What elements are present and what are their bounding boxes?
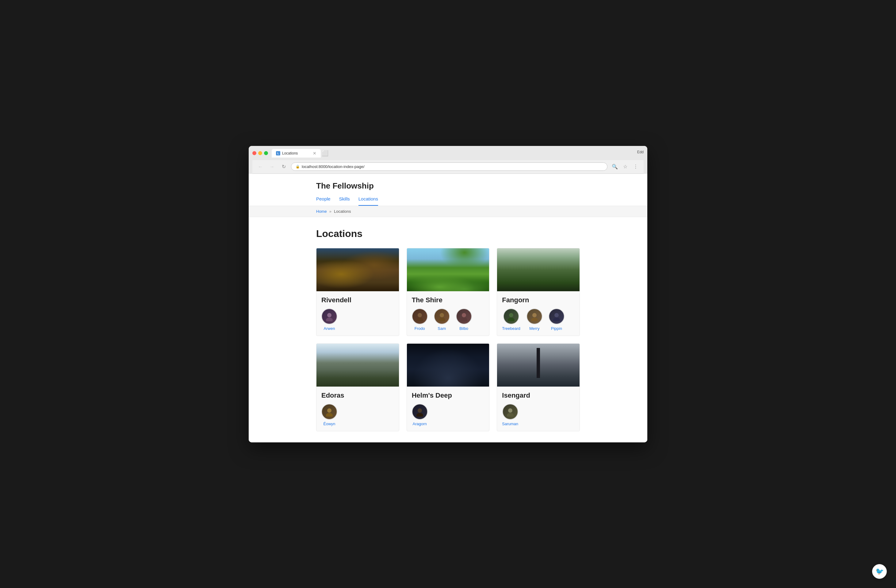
svg-point-3 — [416, 318, 423, 321]
location-name-shire: The Shire — [412, 296, 485, 304]
breadcrumb: Home » Locations — [249, 206, 647, 217]
location-card-isengard[interactable]: Isengard Saruman — [497, 343, 580, 431]
bookmark-icon[interactable]: ☆ — [621, 163, 629, 171]
tab-close-button[interactable]: ✕ — [313, 151, 317, 156]
person-treebeard[interactable]: Treebeard — [502, 308, 520, 331]
back-button[interactable]: ← — [256, 163, 265, 171]
location-image-fangorn — [497, 248, 579, 291]
tab-favicon: L — [276, 151, 280, 155]
breadcrumb-separator: » — [329, 209, 331, 214]
location-body-rivendell: Rivendell Arwen — [317, 291, 399, 336]
location-people-helmsdeep: Aragorn — [412, 404, 485, 426]
location-people-rivendell: Arwen — [322, 308, 394, 331]
avatar-treebeard — [503, 308, 519, 324]
person-eowyn[interactable]: Éowyn — [322, 404, 337, 426]
location-card-shire[interactable]: The Shire Frodo — [407, 248, 490, 336]
tab-title: Locations — [282, 151, 298, 155]
location-image-edoras — [317, 344, 399, 387]
svg-point-5 — [439, 318, 445, 321]
person-name-sam: Sam — [437, 326, 446, 331]
location-name-edoras: Edoras — [322, 391, 394, 399]
svg-point-8 — [509, 313, 513, 317]
svg-point-19 — [507, 413, 514, 417]
minimize-button[interactable] — [258, 151, 262, 155]
page-title: Locations — [316, 228, 580, 239]
avatar-eowyn — [322, 404, 337, 420]
person-name-bilbo: Bilbo — [459, 326, 468, 331]
site-header: The Fellowship People Skills Locations — [249, 174, 647, 206]
location-card-fangorn[interactable]: Fangorn Treebeard — [497, 248, 580, 336]
person-bilbo[interactable]: Bilbo — [456, 308, 472, 331]
location-name-helmsdeep: Helm's Deep — [412, 391, 485, 399]
location-body-fangorn: Fangorn Treebeard — [497, 291, 579, 336]
address-bar[interactable]: 🔒 localhost:8000/location-index-page/ — [291, 163, 608, 171]
person-name-treebeard: Treebeard — [502, 326, 520, 331]
avatar-aragorn — [412, 404, 428, 420]
nav-skills[interactable]: Skills — [339, 196, 350, 206]
maximize-button[interactable] — [264, 151, 268, 155]
forward-button[interactable]: → — [268, 163, 276, 171]
main-content: Locations Rivendell Arwen — [249, 217, 647, 442]
location-image-rivendell — [317, 248, 399, 291]
person-arwen[interactable]: Arwen — [322, 308, 337, 331]
location-name-rivendell: Rivendell — [322, 296, 394, 304]
breadcrumb-home[interactable]: Home — [316, 209, 327, 214]
site-title: The Fellowship — [316, 181, 580, 191]
svg-point-7 — [460, 318, 467, 321]
search-icon[interactable]: 🔍 — [611, 163, 619, 171]
person-saruman[interactable]: Saruman — [502, 404, 518, 426]
menu-icon[interactable]: ⋮ — [631, 163, 640, 171]
location-card-helmsdeep[interactable]: Helm's Deep Aragorn — [407, 343, 490, 431]
location-card-edoras[interactable]: Edoras Éowyn — [316, 343, 399, 431]
svg-point-11 — [531, 318, 538, 321]
person-frodo[interactable]: Frodo — [412, 308, 428, 331]
browser-titlebar: L Locations ✕ ⬜ Edd — [252, 149, 644, 158]
person-aragorn[interactable]: Aragorn — [412, 404, 428, 426]
avatar-bilbo — [456, 308, 472, 324]
avatar-merry — [527, 308, 542, 324]
nav-locations[interactable]: Locations — [358, 196, 378, 206]
location-people-isengard: Saruman — [502, 404, 574, 426]
avatar-saruman — [502, 404, 518, 420]
location-body-helmsdeep: Helm's Deep Aragorn — [407, 387, 489, 431]
person-pippin[interactable]: Pippin — [549, 308, 565, 331]
browser-window: L Locations ✕ ⬜ Edd ← → ↻ 🔒 localhost:80… — [249, 146, 647, 442]
reload-button[interactable]: ↻ — [279, 163, 288, 171]
floating-bird-button[interactable]: 🐦 — [872, 564, 887, 579]
active-tab[interactable]: L Locations ✕ — [272, 149, 321, 158]
svg-point-2 — [418, 313, 422, 317]
person-name-merry: Merry — [529, 326, 539, 331]
url-text: localhost:8000/location-index-page/ — [302, 165, 364, 169]
location-card-rivendell[interactable]: Rivendell Arwen — [316, 248, 399, 336]
location-name-fangorn: Fangorn — [502, 296, 574, 304]
nav-people[interactable]: People — [316, 196, 331, 206]
location-body-edoras: Edoras Éowyn — [317, 387, 399, 431]
svg-point-12 — [555, 313, 559, 317]
traffic-lights — [252, 151, 268, 155]
svg-point-10 — [532, 313, 536, 317]
site-nav: People Skills Locations — [316, 196, 580, 206]
location-body-shire: The Shire Frodo — [407, 291, 489, 336]
location-name-isengard: Isengard — [502, 391, 574, 399]
browser-toolbar: ← → ↻ 🔒 localhost:8000/location-index-pa… — [252, 160, 644, 174]
svg-point-14 — [327, 408, 331, 413]
bird-icon: 🐦 — [875, 567, 884, 576]
location-people-edoras: Éowyn — [322, 404, 394, 426]
location-image-helmsdeep — [407, 344, 489, 387]
svg-point-16 — [418, 408, 422, 413]
svg-point-15 — [326, 413, 333, 417]
new-tab-button[interactable]: ⬜ — [321, 149, 329, 158]
person-name-saruman: Saruman — [502, 422, 518, 426]
location-people-fangorn: Treebeard Merry — [502, 308, 574, 331]
svg-point-17 — [416, 413, 423, 417]
locations-grid: Rivendell Arwen — [316, 248, 580, 431]
close-button[interactable] — [252, 151, 256, 155]
breadcrumb-current: Locations — [334, 209, 351, 214]
avatar-pippin — [549, 308, 565, 324]
avatar-sam — [434, 308, 450, 324]
person-sam[interactable]: Sam — [434, 308, 450, 331]
person-merry[interactable]: Merry — [527, 308, 542, 331]
svg-point-0 — [327, 313, 331, 317]
person-name-arwen: Arwen — [324, 326, 335, 331]
svg-point-1 — [326, 318, 333, 321]
